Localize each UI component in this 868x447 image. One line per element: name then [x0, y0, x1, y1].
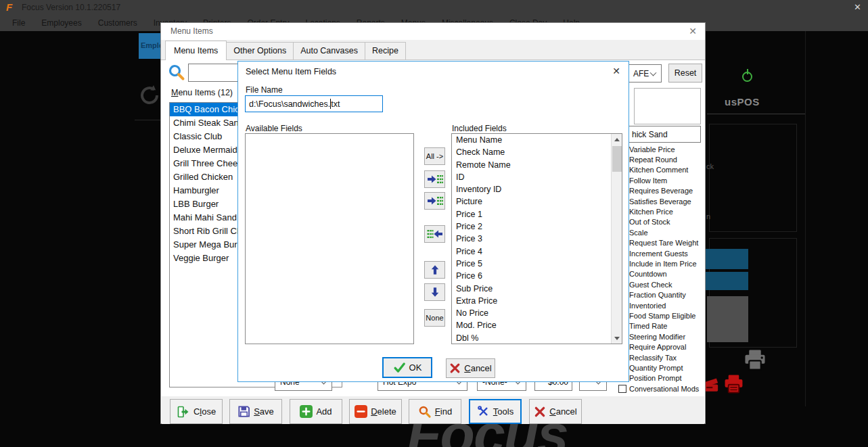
- option-row[interactable]: Variable Price: [618, 144, 713, 154]
- option-row[interactable]: Guest Check: [618, 279, 713, 289]
- close-button[interactable]: Close: [170, 399, 223, 424]
- available-fields-label: Available Fields: [246, 124, 302, 133]
- remove-field-button[interactable]: [424, 225, 445, 243]
- scrollbar-thumb[interactable]: [612, 146, 622, 172]
- included-fields-listbox[interactable]: Menu NameCheck NameRemote NameIDInventor…: [451, 133, 622, 344]
- option-row[interactable]: Increment Guests: [618, 248, 713, 258]
- included-field-row[interactable]: ID: [452, 171, 622, 183]
- option-row[interactable]: Inventoried: [618, 300, 713, 310]
- menubar-item[interactable]: Employees: [33, 15, 89, 31]
- option-row[interactable]: Kitchen Comment: [618, 165, 713, 175]
- move-all-button[interactable]: All ->: [424, 147, 445, 165]
- included-field-row[interactable]: Extra Price: [452, 295, 622, 307]
- ok-button[interactable]: OK: [382, 357, 432, 378]
- option-row[interactable]: Countdown: [618, 269, 713, 279]
- option-label: Follow Item: [629, 177, 667, 185]
- option-row[interactable]: Reclassify Tax: [618, 352, 713, 362]
- tools-button[interactable]: Tools: [469, 399, 522, 424]
- button-label: OK: [409, 362, 422, 373]
- included-field-row[interactable]: Remote Name: [452, 159, 622, 171]
- category-dropdown[interactable]: AFE: [628, 64, 662, 83]
- option-row[interactable]: Quantity Prompt: [618, 362, 713, 373]
- delete-button[interactable]: Delete: [349, 399, 402, 424]
- move-up-button[interactable]: [424, 261, 445, 279]
- item-options-checkbox-column: Variable Price Repeat Round Kitchen Comm…: [618, 144, 713, 394]
- find-button[interactable]: Find: [409, 399, 461, 424]
- option-row[interactable]: Request Tare Weight: [618, 238, 713, 248]
- option-row[interactable]: Require Approval: [618, 342, 713, 352]
- option-row[interactable]: Timed Rate: [618, 321, 713, 331]
- insert-field-button[interactable]: [424, 192, 445, 210]
- included-field-row[interactable]: Picture: [452, 195, 622, 208]
- option-row[interactable]: Out of Stock: [618, 217, 713, 227]
- included-field-row[interactable]: Price 5: [452, 258, 622, 270]
- employees-nav-button[interactable]: Employees: [139, 33, 160, 59]
- scroll-up-icon[interactable]: [612, 134, 622, 145]
- cancel-button[interactable]: Cancel: [529, 399, 582, 424]
- option-row[interactable]: Satisfies Beverage: [618, 196, 713, 206]
- included-field-row[interactable]: Menu Name: [452, 134, 622, 146]
- menubar-item[interactable]: File: [4, 15, 33, 31]
- option-label: Guest Check: [629, 281, 672, 289]
- add-button[interactable]: Add: [290, 399, 342, 424]
- option-row[interactable]: Steering Modifier: [618, 331, 713, 342]
- menubar-item[interactable]: Customers: [90, 15, 145, 31]
- divider: [707, 114, 806, 114]
- dialog-title: Select Menu Item Fields: [246, 67, 336, 76]
- option-row[interactable]: Food Stamp Eligible: [618, 310, 713, 321]
- move-down-button[interactable]: [424, 283, 445, 301]
- included-field-row[interactable]: Dbl %: [452, 332, 622, 344]
- tab[interactable]: Recipe: [365, 42, 406, 60]
- option-row[interactable]: Fraction Quantity: [618, 289, 713, 300]
- included-field-row[interactable]: No Price: [452, 307, 622, 319]
- printer-icon[interactable]: [743, 349, 767, 371]
- file-name-value-tail: txt: [331, 99, 340, 109]
- close-icon[interactable]: ✕: [689, 26, 697, 37]
- included-field-row[interactable]: Price 1: [452, 208, 622, 220]
- scroll-down-icon[interactable]: [612, 333, 622, 344]
- option-row[interactable]: Kitchen Price: [618, 206, 713, 216]
- included-field-row[interactable]: Check Name: [452, 146, 622, 158]
- move-none-button[interactable]: None: [424, 309, 445, 327]
- option-row[interactable]: Repeat Round: [618, 154, 713, 164]
- cancel-button[interactable]: Cancel: [446, 358, 495, 378]
- included-field-row[interactable]: Inventory ID: [452, 183, 622, 195]
- scrollbar[interactable]: [611, 134, 622, 344]
- item-name-field[interactable]: hick Sand: [628, 126, 701, 143]
- included-field-row[interactable]: Price 2: [452, 220, 622, 233]
- divider: [805, 31, 806, 406]
- add-field-button[interactable]: [424, 170, 445, 188]
- option-row[interactable]: Requires Beverage: [618, 186, 713, 196]
- included-field-row[interactable]: Sub Price: [452, 283, 622, 295]
- included-field-row[interactable]: Price 4: [452, 245, 622, 258]
- tab[interactable]: Other Options: [226, 42, 294, 60]
- save-button[interactable]: Save: [229, 399, 282, 424]
- file-name-label: File Name: [246, 85, 283, 95]
- option-row[interactable]: Follow Item: [618, 175, 713, 185]
- option-label: Variable Price: [629, 145, 675, 154]
- refresh-icon[interactable]: [137, 83, 162, 108]
- option-label: Kitchen Comment: [629, 166, 688, 174]
- included-field-row[interactable]: Price 3: [452, 233, 622, 245]
- close-icon[interactable]: ✕: [612, 66, 620, 76]
- file-name-value: d:\Focus\sandwiches.: [249, 99, 330, 109]
- option-row[interactable]: Conversational Mods: [618, 383, 713, 394]
- checkbox[interactable]: [618, 385, 626, 393]
- available-fields-listbox[interactable]: [245, 133, 414, 344]
- tab[interactable]: Auto Canvases: [293, 42, 365, 60]
- menu-items-count-label: Menu Items (12): [171, 88, 233, 97]
- tab[interactable]: Menu Items: [165, 41, 227, 60]
- window-close-icon[interactable]: ✕: [854, 2, 861, 12]
- reset-button[interactable]: Reset: [668, 64, 702, 83]
- included-field-row[interactable]: Mod. Price: [452, 319, 622, 331]
- option-row[interactable]: Scale: [618, 227, 713, 237]
- option-row[interactable]: Position Prompt: [618, 373, 713, 383]
- button-label: Close: [193, 406, 216, 417]
- option-label: Inventoried: [629, 302, 666, 310]
- included-field-row[interactable]: Price 6: [452, 270, 622, 282]
- option-label: Food Stamp Eligible: [629, 312, 695, 320]
- option-row[interactable]: Include in Item Price: [618, 258, 713, 268]
- file-name-input[interactable]: d:\Focus\sandwiches.txt: [245, 95, 383, 112]
- window-titlebar: F Focus Version 10.1.220517 ✕: [0, 0, 868, 15]
- print-document-icon[interactable]: [723, 373, 744, 394]
